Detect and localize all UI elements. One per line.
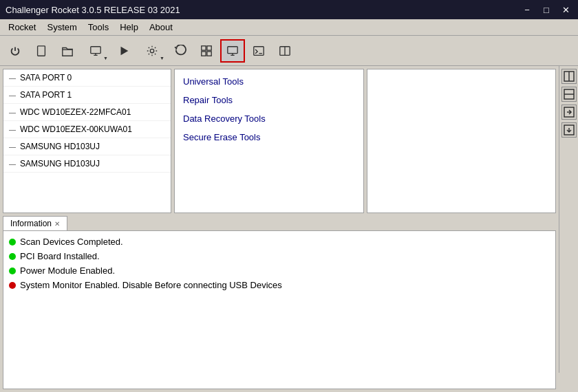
sidebar-btn-arrow-right[interactable] bbox=[561, 105, 577, 120]
svg-rect-1 bbox=[91, 46, 100, 53]
top-panels: — SATA PORT 0 — SATA PORT 1 — WDC WD10EZ… bbox=[3, 69, 556, 213]
menu-system[interactable]: System bbox=[41, 21, 82, 34]
svg-rect-0 bbox=[38, 45, 45, 55]
info-content: Scan Devices Completed. PCI Board Instal… bbox=[3, 231, 556, 389]
status-dot-red bbox=[9, 282, 16, 289]
svg-rect-5 bbox=[207, 45, 211, 50]
menu-help[interactable]: Help bbox=[114, 21, 144, 34]
network-button[interactable] bbox=[194, 39, 219, 63]
maximize-button[interactable]: □ bbox=[539, 5, 553, 15]
sidebar-btn-split-v[interactable] bbox=[561, 87, 577, 102]
svg-rect-7 bbox=[207, 51, 211, 55]
drive-icon: — bbox=[9, 143, 16, 151]
info-tab-close[interactable]: ✕ bbox=[54, 220, 60, 228]
display-button[interactable] bbox=[220, 39, 245, 63]
monitor-dropdown-button[interactable]: ▼ bbox=[81, 39, 110, 63]
sidebar-btn-arrow-down[interactable] bbox=[561, 122, 577, 138]
toolbar: ▼ ▼ bbox=[0, 36, 578, 66]
close-button[interactable]: ✕ bbox=[559, 5, 572, 15]
title-bar-text: Challenger Rocket 3.0.5 RELEASE 03 2021 bbox=[6, 5, 180, 15]
info-tab[interactable]: Information ✕ bbox=[3, 216, 67, 230]
info-panel: Information ✕ Scan Devices Completed. PC… bbox=[3, 216, 556, 389]
refresh-button[interactable] bbox=[168, 39, 193, 63]
main-content: — SATA PORT 0 — SATA PORT 1 — WDC WD10EZ… bbox=[0, 66, 578, 392]
power-button[interactable] bbox=[3, 39, 28, 63]
device-sata-port-0[interactable]: — SATA PORT 0 bbox=[3, 69, 171, 87]
minimize-button[interactable]: − bbox=[520, 5, 534, 15]
right-panel bbox=[367, 69, 557, 213]
info-line-4: System Monitor Enabled. Disable Before c… bbox=[9, 280, 550, 290]
data-recovery-tools-item[interactable]: Data Recovery Tools bbox=[175, 109, 363, 128]
secure-erase-tools-item[interactable]: Secure Erase Tools bbox=[175, 128, 363, 146]
sidebar-right bbox=[559, 66, 578, 373]
device-wdc-00kuwa01[interactable]: — WDC WD10EZEX-00KUWA01 bbox=[3, 121, 171, 138]
menu-tools[interactable]: Tools bbox=[83, 21, 114, 34]
menu-about[interactable]: About bbox=[144, 21, 178, 34]
svg-point-3 bbox=[150, 49, 153, 52]
drive-icon: — bbox=[9, 91, 16, 99]
title-bar: Challenger Rocket 3.0.5 RELEASE 03 2021 … bbox=[0, 0, 578, 19]
drive-icon: — bbox=[9, 126, 16, 133]
svg-marker-2 bbox=[121, 46, 129, 55]
info-tab-label: Information bbox=[10, 219, 52, 228]
title-bar-controls: − □ ✕ bbox=[520, 5, 572, 15]
new-button[interactable] bbox=[29, 39, 54, 63]
tools-panel: Universal Tools Repair Tools Data Recove… bbox=[174, 69, 364, 213]
open-button[interactable] bbox=[55, 39, 80, 63]
universal-tools-item[interactable]: Universal Tools bbox=[175, 72, 363, 91]
device-wdc-22mfca01[interactable]: — WDC WD10EZEX-22MFCA01 bbox=[3, 104, 171, 121]
menu-rocket[interactable]: Rocket bbox=[3, 21, 41, 34]
info-line-2: PCI Board Installed. bbox=[9, 251, 550, 261]
sidebar-btn-split-h[interactable] bbox=[561, 69, 577, 84]
repair-tools-item[interactable]: Repair Tools bbox=[175, 91, 363, 109]
device-samsung-2[interactable]: — SAMSUNG HD103UJ bbox=[3, 155, 171, 173]
svg-rect-10 bbox=[254, 46, 264, 55]
svg-rect-6 bbox=[202, 51, 206, 55]
info-line-1: Scan Devices Completed. bbox=[9, 237, 550, 247]
device-panel: — SATA PORT 0 — SATA PORT 1 — WDC WD10EZ… bbox=[3, 69, 171, 213]
settings-dropdown-button[interactable]: ▼ bbox=[138, 39, 167, 63]
terminal-button[interactable] bbox=[246, 39, 271, 63]
status-dot-green bbox=[9, 239, 16, 246]
menu-bar: Rocket System Tools Help About bbox=[0, 19, 578, 36]
svg-rect-9 bbox=[230, 48, 236, 52]
device-samsung-1[interactable]: — SAMSUNG HD103UJ bbox=[3, 138, 171, 155]
drive-icon: — bbox=[9, 160, 16, 168]
drive-icon: — bbox=[9, 74, 16, 82]
device-sata-port-1[interactable]: — SATA PORT 1 bbox=[3, 87, 171, 104]
layout-button[interactable] bbox=[272, 39, 297, 63]
info-line-3: Power Module Enabled. bbox=[9, 265, 550, 276]
status-dot-green bbox=[9, 268, 16, 274]
play-button[interactable] bbox=[111, 39, 136, 63]
status-dot-green bbox=[9, 253, 16, 260]
svg-rect-4 bbox=[202, 45, 206, 50]
drive-icon: — bbox=[9, 109, 16, 116]
info-tab-bar: Information ✕ bbox=[3, 216, 556, 231]
